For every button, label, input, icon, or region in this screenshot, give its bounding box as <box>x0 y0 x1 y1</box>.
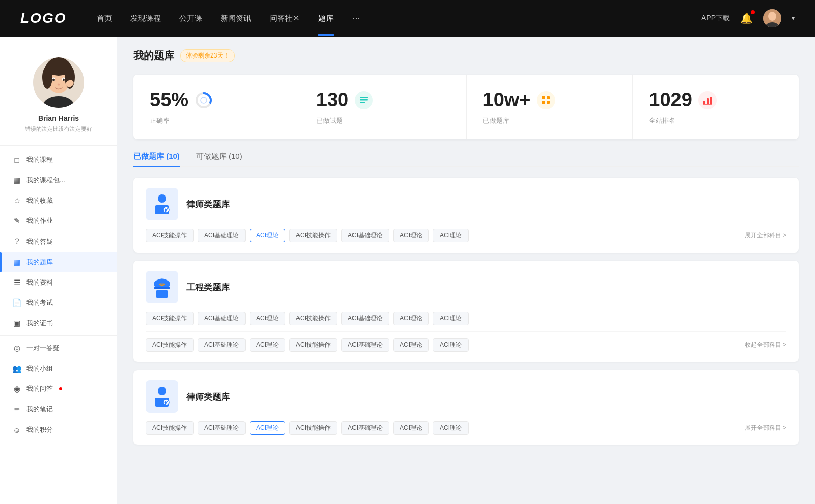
nav-news[interactable]: 新闻资讯 <box>221 14 251 23</box>
eng-tag-r1-6[interactable]: ACI理论 <box>393 312 429 325</box>
sidebar-item-my-qa[interactable]: ◉ 我的问答 <box>0 379 117 399</box>
eng-tag-r2-2[interactable]: ACI基础理论 <box>198 338 246 352</box>
eng-tag-r2-5[interactable]: ACI基础理论 <box>341 338 389 352</box>
question-bank-icon: ▦ <box>12 258 21 267</box>
qbank-title-lawyer-1: 律师类题库 <box>186 199 230 210</box>
user-avatar[interactable] <box>763 9 781 27</box>
tag-3[interactable]: ACI理论 <box>250 229 285 242</box>
tag-4[interactable]: ACI技能操作 <box>289 229 337 242</box>
eng-tag-r2-3[interactable]: ACI理论 <box>250 338 285 352</box>
eng-tag-r2-6[interactable]: ACI理论 <box>393 338 429 352</box>
notes-icon: ✏ <box>12 405 21 414</box>
l2-tag-4[interactable]: ACI技能操作 <box>289 421 337 435</box>
l2-tag-3[interactable]: ACI理论 <box>250 421 285 435</box>
sidebar-item-notes[interactable]: ✏ 我的笔记 <box>0 399 117 419</box>
logo: LOGO <box>20 10 66 26</box>
tag-2[interactable]: ACI基础理论 <box>198 229 246 242</box>
expand-button-lawyer-2[interactable]: 展开全部科目 > <box>745 424 786 432</box>
svg-point-8 <box>46 61 71 76</box>
sidebar-item-label: 我的考试 <box>26 298 53 307</box>
qbank-card-lawyer-1: 律师类题库 ACI技能操作 ACI基础理论 ACI理论 ACI技能操作 ACI基… <box>133 178 799 253</box>
homework-icon: ✎ <box>12 216 21 226</box>
l2-tag-6[interactable]: ACI理论 <box>393 421 429 435</box>
qbank-tags-lawyer-2: ACI技能操作 ACI基础理论 ACI理论 ACI技能操作 ACI基础理论 AC… <box>146 421 786 435</box>
bell-icon: 🔔 <box>740 13 753 24</box>
list-icon-svg <box>358 95 369 106</box>
nav-discover[interactable]: 发现课程 <box>130 14 161 23</box>
svg-rect-24 <box>542 101 545 104</box>
svg-rect-26 <box>703 101 705 104</box>
lawyer-icon-svg-2 <box>150 384 174 409</box>
sidebar-item-favorites[interactable]: ☆ 我的收藏 <box>0 190 117 211</box>
navbar-right: APP下载 🔔 ▾ <box>701 9 795 27</box>
sidebar-item-materials[interactable]: ☰ 我的资料 <box>0 272 117 293</box>
grid-icon <box>537 91 555 109</box>
eng-tag-r1-4[interactable]: ACI技能操作 <box>289 312 337 325</box>
sidebar-profile: Brian Harris 错误的决定比没有决定要好 <box>0 47 117 145</box>
sidebar-item-group[interactable]: 👥 我的小组 <box>0 358 117 379</box>
svg-rect-22 <box>542 96 545 99</box>
user-menu-chevron[interactable]: ▾ <box>792 15 795 22</box>
eng-tag-r1-1[interactable]: ACI技能操作 <box>146 312 194 325</box>
stat-label-correct-rate: 正确率 <box>150 116 283 125</box>
svg-rect-27 <box>707 98 709 104</box>
stat-done-questions: 130 已做试题 <box>300 75 467 139</box>
sidebar-item-points[interactable]: ☺ 我的积分 <box>0 419 117 440</box>
tag-1[interactable]: ACI技能操作 <box>146 229 194 242</box>
eng-tag-r1-3[interactable]: ACI理论 <box>250 312 285 325</box>
l2-tag-7[interactable]: ACI理论 <box>433 421 469 435</box>
nav-question-bank[interactable]: 题库 <box>318 14 334 23</box>
sidebar-item-question-bank[interactable]: ▦ 我的题库 <box>0 252 117 272</box>
sidebar-item-label: 一对一答疑 <box>26 344 60 353</box>
svg-point-1 <box>768 12 776 21</box>
svg-rect-25 <box>547 101 550 104</box>
sidebar-item-qa[interactable]: ？ 我的答疑 <box>0 231 117 252</box>
sidebar-item-exam[interactable]: 📄 我的考试 <box>0 293 117 313</box>
eng-tag-r2-7[interactable]: ACI理论 <box>433 338 469 352</box>
svg-rect-20 <box>360 99 368 101</box>
sidebar-item-homework[interactable]: ✎ 我的作业 <box>0 211 117 231</box>
sidebar-item-course-package[interactable]: ▦ 我的课程包... <box>0 170 117 190</box>
points-icon: ☺ <box>12 426 21 434</box>
stat-top-4: 1029 <box>649 89 782 111</box>
eng-tag-r2-1[interactable]: ACI技能操作 <box>146 338 194 352</box>
nav-qa[interactable]: 问答社区 <box>269 14 300 23</box>
svg-rect-23 <box>547 96 550 99</box>
eng-tag-r2-4[interactable]: ACI技能操作 <box>289 338 337 352</box>
expand-button-lawyer-1[interactable]: 展开全部科目 > <box>745 231 786 240</box>
layout: Brian Harris 错误的决定比没有决定要好 □ 我的课程 ▦ 我的课程包… <box>0 37 815 504</box>
tag-5[interactable]: ACI基础理论 <box>341 229 389 242</box>
l2-tag-1[interactable]: ACI技能操作 <box>146 421 194 435</box>
eng-tag-r1-7[interactable]: ACI理论 <box>433 312 469 325</box>
svg-point-39 <box>158 387 166 395</box>
page-title: 我的题库 <box>133 49 174 63</box>
stat-done-banks: 10w+ 已做题库 <box>467 75 633 139</box>
stat-label-done-banks: 已做题库 <box>483 116 616 125</box>
nav-more[interactable]: ··· <box>352 13 360 24</box>
sidebar-item-label: 我的问答 <box>26 384 53 394</box>
sidebar-item-one-on-one[interactable]: ◎ 一对一答疑 <box>0 338 117 358</box>
eng-tag-r1-5[interactable]: ACI基础理论 <box>341 312 389 325</box>
eng-tag-r1-2[interactable]: ACI基础理论 <box>198 312 246 325</box>
app-download-button[interactable]: APP下载 <box>701 14 730 23</box>
collapse-button-engineer[interactable]: 收起全部科目 > <box>745 341 786 349</box>
tab-available-banks[interactable]: 可做题库 (10) <box>196 152 242 166</box>
stat-value-done-questions: 130 <box>316 89 348 111</box>
sidebar-item-certificate[interactable]: ▣ 我的证书 <box>0 313 117 333</box>
qbank-title-engineer: 工程类题库 <box>186 282 230 293</box>
l2-tag-5[interactable]: ACI基础理论 <box>341 421 389 435</box>
tab-done-banks[interactable]: 已做题库 (10) <box>133 152 180 166</box>
sidebar-user-name: Brian Harris <box>38 114 79 122</box>
sidebar: Brian Harris 错误的决定比没有决定要好 □ 我的课程 ▦ 我的课程包… <box>0 37 117 504</box>
sidebar-item-label: 我的课程包... <box>26 176 65 185</box>
sidebar-item-my-course[interactable]: □ 我的课程 <box>0 150 117 170</box>
nav-home[interactable]: 首页 <box>97 14 112 23</box>
notification-bell[interactable]: 🔔 <box>740 12 753 24</box>
tag-6[interactable]: ACI理论 <box>393 229 429 242</box>
sidebar-divider-1 <box>0 145 117 146</box>
svg-rect-35 <box>154 287 170 289</box>
nav-open-course[interactable]: 公开课 <box>179 14 202 23</box>
tag-7[interactable]: ACI理论 <box>433 229 469 242</box>
stat-correct-rate: 55% 正确率 <box>133 75 300 139</box>
l2-tag-2[interactable]: ACI基础理论 <box>198 421 246 435</box>
